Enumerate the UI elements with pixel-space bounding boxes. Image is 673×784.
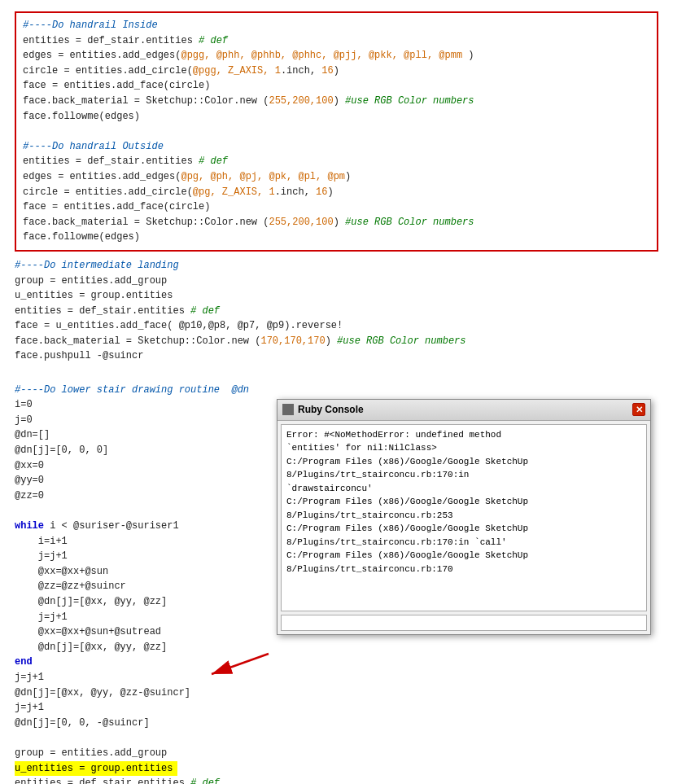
- console-input-area[interactable]: [281, 615, 647, 631]
- code-line: group = entities.add_group: [15, 274, 658, 289]
- code-line: face.back_material = Sketchup::Color.new…: [23, 215, 650, 230]
- code-line: [15, 730, 658, 746]
- code-line: face.followme(edges): [23, 109, 650, 125]
- code-line: edges = entities.add_edges(@pgg, @phh, @…: [23, 48, 650, 64]
- ruby-console-title: Ruby Console: [298, 402, 364, 418]
- code-line: group = entities.add_group: [15, 746, 658, 761]
- code-line: entities = def_stair.entities # def: [15, 304, 658, 319]
- code-editor: #----Do handrail Inside entities = def_s…: [0, 0, 673, 784]
- code-line: entities = def_stair.entities # def: [23, 154, 650, 169]
- code-line: @dn[j]=[0, 0, -@suincr]: [15, 716, 658, 731]
- code-line: face.back_material = Sketchup::Color.new…: [15, 334, 658, 349]
- code-line: #----Do handrail Outside: [23, 139, 650, 155]
- arrow-annotation: [49, 646, 309, 692]
- handrail-section: #----Do handrail Inside entities = def_s…: [15, 11, 658, 252]
- code-line: face.back_material = Sketchup::Color.new…: [23, 94, 650, 109]
- intermediate-landing-section: #----Do intermediate landing group = ent…: [8, 256, 665, 381]
- code-line: u_entities = group.entities: [15, 288, 658, 304]
- code-line: #----Do handrail Inside: [23, 18, 650, 33]
- console-error-text: Error: #<NoMethodError: undefined method…: [286, 430, 528, 574]
- code-line: edges = entities.add_edges(@pg, @ph, @pj…: [23, 169, 650, 185]
- code-line: circle = entities.add_circle(@pg, Z_AXIS…: [23, 185, 650, 200]
- code-line: face.followme(edges): [23, 230, 650, 245]
- console-app-icon: [282, 404, 294, 415]
- code-line: entities = def_stair.entities # def: [15, 776, 658, 784]
- console-title-left: Ruby Console: [282, 402, 364, 418]
- code-line: [15, 364, 658, 379]
- code-line: face = entities.add_face(circle): [23, 78, 650, 94]
- code-line: circle = entities.add_circle(@pgg, Z_AXI…: [23, 64, 650, 79]
- highlighted-code-line: u_entities = group.entities: [15, 761, 177, 777]
- console-input[interactable]: [281, 615, 647, 631]
- code-line: face = entities.add_face(circle): [23, 199, 650, 215]
- red-arrow-svg: [49, 646, 309, 686]
- code-line: [23, 124, 650, 139]
- ruby-console-output: Error: #<NoMethodError: undefined method…: [281, 424, 647, 611]
- code-line: #----Do lower stair drawing routine @dn: [15, 383, 658, 398]
- svg-line-1: [212, 654, 269, 674]
- close-button[interactable]: ✕: [632, 403, 645, 416]
- code-line: #----Do intermediate landing: [15, 258, 658, 274]
- code-line: entities = def_stair.entities # def: [23, 33, 650, 49]
- ruby-console-titlebar: Ruby Console ✕: [278, 400, 650, 421]
- ruby-console-dialog[interactable]: Ruby Console ✕ Error: #<NoMethodError: u…: [277, 399, 651, 635]
- code-line: j=j+1: [15, 700, 658, 716]
- code-line: face = u_entities.add_face( @p10,@p8, @p…: [15, 318, 658, 334]
- code-line: face.pushpull -@suincr: [15, 348, 658, 364]
